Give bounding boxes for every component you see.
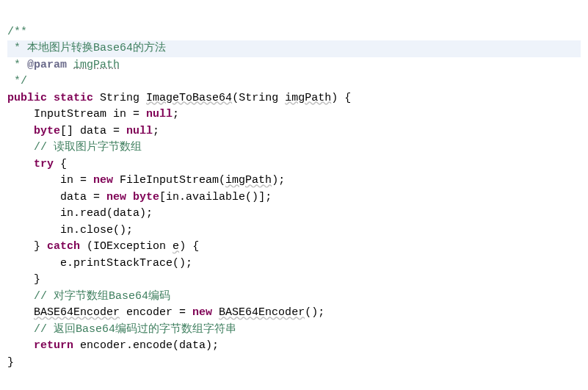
comment-encode: // 对字节数组Base64编码 [7, 290, 170, 303]
kw-null-2: null [126, 125, 153, 137]
line-try: try { [7, 158, 67, 170]
param-type: String [239, 92, 278, 104]
comment-read: // 读取图片字节数组 [7, 141, 142, 154]
doc-line-2: * @param imgPath [7, 59, 120, 71]
line-return: return encoder.encode(data); [7, 339, 219, 352]
kw-catch: catch [47, 240, 80, 253]
type-inputstream: InputStream [34, 108, 106, 120]
doc-open: /** [7, 26, 27, 38]
return-type: String [100, 92, 139, 104]
kw-new-2: new [106, 191, 126, 203]
kw-static: static [54, 92, 93, 104]
doc-param-name: imgPath [73, 59, 120, 71]
kw-public: public [7, 92, 47, 104]
kw-try: try [34, 158, 54, 170]
ex-type: IOException [93, 240, 166, 253]
doc-close: */ [7, 75, 27, 87]
line-catch-close: } [7, 273, 40, 286]
kw-byte-2: byte [133, 191, 159, 203]
comment-return: // 返回Base64编码过的字节数组字符串 [7, 323, 236, 336]
line-method-close: } [7, 356, 14, 369]
doc-tag-param: @param [27, 59, 67, 71]
ex-var: e [173, 240, 179, 253]
kw-byte: byte [34, 125, 60, 137]
line-close: in.close(); [7, 224, 133, 236]
line-data-alloc: data = new byte[in.available()]; [7, 191, 272, 203]
line-inputstream: InputStream in = null; [7, 108, 179, 120]
ctor-fileinputstream: FileInputStream [120, 174, 219, 187]
method-signature: public static String ImageToBase64(Strin… [7, 92, 351, 104]
kw-null: null [146, 108, 173, 120]
line-byte-array: byte[] data = null; [7, 125, 159, 137]
line-encoder: BASE64Encoder encoder = new BASE64Encode… [7, 306, 324, 319]
ctor-base64encoder: BASE64Encoder [219, 306, 305, 319]
method-name: ImageToBase64 [146, 92, 232, 104]
line-catch: } catch (IOException e) { [7, 240, 199, 253]
kw-new-1: new [93, 174, 113, 187]
arg-imgpath: imgPath [225, 174, 272, 187]
line-read: in.read(data); [7, 207, 153, 220]
line-printstack: e.printStackTrace(); [7, 257, 192, 270]
doc-line-1[interactable]: * 本地图片转换Base64的方法 [7, 40, 581, 57]
line-fileinputstream: in = new FileInputStream(imgPath); [7, 174, 285, 187]
doc-line-1-text: 本地图片转换Base64的方法 [27, 42, 166, 54]
kw-new-3: new [192, 306, 212, 319]
kw-return: return [34, 339, 73, 352]
type-base64encoder: BASE64Encoder [34, 306, 120, 319]
param-name: imgPath [285, 92, 331, 104]
code-block: /** * 本地图片转换Base64的方法 * @param imgPath *… [7, 7, 581, 371]
